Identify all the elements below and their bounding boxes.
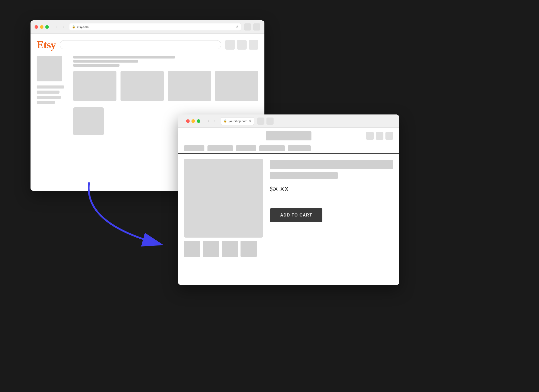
- etsy-header-row: Etsy: [37, 39, 258, 51]
- etsy-logo[interactable]: Etsy: [37, 39, 56, 51]
- etsy-toolbar: ‹ › 🔒 etsy.com ↺: [31, 20, 264, 34]
- shop-logo: [266, 131, 311, 140]
- etsy-sidebar: [37, 56, 67, 135]
- etsy-icon-1[interactable]: [225, 40, 235, 50]
- back-arrow[interactable]: ‹: [54, 24, 59, 30]
- yourshop-header: [178, 128, 399, 143]
- new-tab-button[interactable]: [253, 23, 260, 31]
- breadcrumb-line-3: [73, 64, 119, 67]
- yourshop-minimize-button[interactable]: [191, 119, 195, 123]
- yourshop-share-button[interactable]: [257, 118, 264, 125]
- yourshop-toolbar-actions: [257, 118, 274, 125]
- yourshop-url: yourshop.com: [229, 119, 247, 123]
- product-thumb-5[interactable]: [73, 107, 104, 135]
- forward-arrow[interactable]: ›: [61, 24, 66, 30]
- yourshop-maximize-button[interactable]: [197, 119, 200, 123]
- etsy-address-bar[interactable]: 🔒 etsy.com ↺: [69, 23, 241, 31]
- add-to-cart-button[interactable]: ADD TO CART: [270, 208, 322, 222]
- refresh-icon[interactable]: ↺: [236, 25, 238, 29]
- yourshop-nav: [178, 143, 399, 154]
- yourshop-refresh-icon[interactable]: ↺: [249, 119, 251, 123]
- etsy-search-bar[interactable]: [60, 40, 221, 49]
- yourshop-toolbar: ‹ › 🔒 yourshop.com ↺: [178, 114, 399, 128]
- nav-arrows: ‹ ›: [54, 24, 66, 30]
- product-images-col: [184, 159, 263, 257]
- product-thumb-4[interactable]: [215, 71, 258, 101]
- nav-item-5[interactable]: [288, 145, 311, 151]
- etsy-header-icons: [225, 40, 258, 50]
- product-grid: [73, 71, 258, 101]
- yourshop-address-bar[interactable]: 🔒 yourshop.com ↺: [221, 117, 254, 125]
- thumb-small-4[interactable]: [241, 241, 257, 257]
- minimize-button[interactable]: [40, 25, 43, 29]
- nav-item-2[interactable]: [207, 145, 233, 151]
- etsy-breadcrumbs: [73, 56, 258, 67]
- product-price: $X.XX: [270, 185, 393, 193]
- yourshop-new-tab-button[interactable]: [266, 118, 274, 125]
- product-thumb-1[interactable]: [73, 71, 116, 101]
- yourshop-back-arrow[interactable]: ‹: [205, 118, 211, 124]
- yourshop-lock-icon: 🔒: [223, 119, 227, 123]
- product-thumb-strip: [184, 241, 263, 257]
- sidebar-line-2: [37, 91, 59, 94]
- nav-item-3[interactable]: [236, 145, 256, 151]
- product-thumb-3[interactable]: [168, 71, 211, 101]
- close-button[interactable]: [35, 25, 38, 29]
- product-details-col: $X.XX ADD TO CART: [270, 159, 393, 257]
- shop-icon-2[interactable]: [376, 132, 383, 140]
- shop-icon-1[interactable]: [366, 132, 374, 140]
- curved-arrow: [89, 183, 160, 244]
- sidebar-line-1: [37, 85, 64, 89]
- breadcrumb-line-2: [73, 60, 138, 63]
- nav-item-4[interactable]: [259, 145, 285, 151]
- scene: ‹ › 🔒 etsy.com ↺ Etsy: [0, 0, 539, 392]
- product-title-bar: [270, 160, 393, 169]
- yourshop-content: $X.XX ADD TO CART: [178, 128, 399, 285]
- maximize-button[interactable]: [45, 25, 49, 29]
- shop-icon-3[interactable]: [385, 132, 393, 140]
- etsy-icon-3[interactable]: [249, 40, 258, 50]
- breadcrumb-line-1: [73, 56, 175, 59]
- yourshop-close-button[interactable]: [186, 119, 190, 123]
- yourshop-traffic-lights: [186, 119, 200, 123]
- lock-icon: 🔒: [72, 25, 76, 28]
- yourshop-browser-window: ‹ › 🔒 yourshop.com ↺: [178, 114, 399, 285]
- sidebar-line-4: [37, 101, 55, 104]
- etsy-icon-2[interactable]: [237, 40, 247, 50]
- product-main-image: [184, 159, 263, 238]
- yourshop-forward-arrow[interactable]: ›: [212, 118, 218, 124]
- shop-header-icons: [366, 132, 393, 140]
- sidebar-image: [37, 56, 62, 81]
- etsy-url: etsy.com: [77, 25, 89, 29]
- sidebar-line-3: [37, 96, 61, 99]
- thumb-small-3[interactable]: [222, 241, 238, 257]
- yourshop-product-area: $X.XX ADD TO CART: [178, 154, 399, 262]
- yourshop-nav-arrows: ‹ ›: [205, 118, 218, 124]
- thumb-small-2[interactable]: [203, 241, 219, 257]
- product-thumb-2[interactable]: [121, 71, 164, 101]
- product-subtitle-bar: [270, 172, 338, 179]
- traffic-lights: [35, 25, 49, 29]
- etsy-toolbar-actions: [244, 23, 260, 31]
- thumb-small-1[interactable]: [184, 241, 200, 257]
- share-button[interactable]: [244, 23, 251, 31]
- nav-item-1[interactable]: [184, 145, 204, 151]
